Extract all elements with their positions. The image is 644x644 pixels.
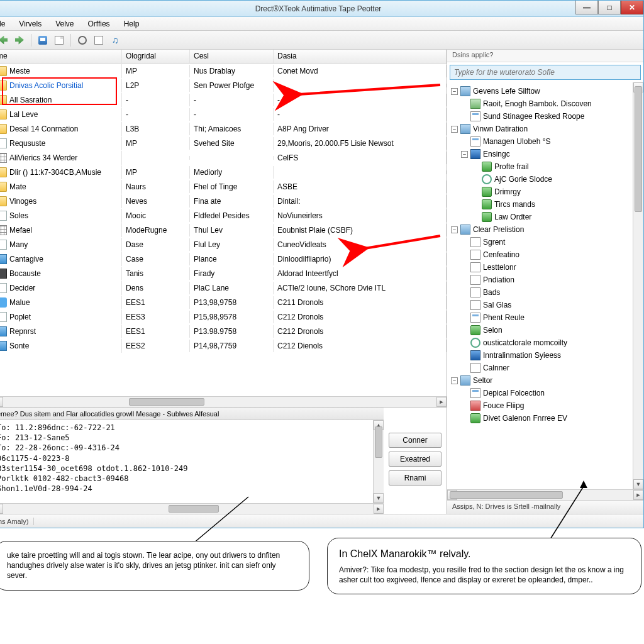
table-row[interactable]: MefaelModeRugneThul LevEoubnist Plaie (C… <box>0 223 447 237</box>
tree-node[interactable]: −Seltor <box>447 374 633 387</box>
tree-label: Phent Reule <box>483 313 525 322</box>
mon-icon <box>460 124 470 134</box>
tree-node[interactable]: AjC Gorie Slodce <box>447 173 633 186</box>
forward-button[interactable] <box>13 34 26 47</box>
menu-velve[interactable]: Velve <box>52 18 77 30</box>
tree-node[interactable]: Selon <box>447 324 633 336</box>
tree-node[interactable]: Profte frail <box>447 160 633 173</box>
expand-toggle[interactable]: − <box>451 88 458 95</box>
save-button[interactable] <box>36 34 49 47</box>
blue-icon <box>0 254 7 264</box>
table-row[interactable]: SolesMooicFldfedel PesidesNoViuneirlers <box>0 208 447 223</box>
tree-node[interactable]: ousticatclorale momcoilty <box>447 336 633 349</box>
tree-label: Gevens Lefe Silftow <box>473 87 540 96</box>
tree-node[interactable]: −Ensingc <box>447 148 633 160</box>
minimize-button[interactable] <box>575 1 598 14</box>
new-doc-button[interactable] <box>53 34 65 47</box>
scroll-thumb[interactable] <box>635 86 642 212</box>
tree-node[interactable]: Law Ordter <box>447 211 633 223</box>
menu-file[interactable]: le <box>0 18 9 30</box>
scroll-right-icon[interactable]: ► <box>374 504 384 514</box>
tree-node[interactable]: Divet Galenon Fnrree EV <box>447 412 633 425</box>
table-row[interactable]: DeciderDensPlaC LaneACTle/2 Ioune, SChor… <box>0 280 447 295</box>
table-row[interactable]: BocausteTanisFiradyAldorad Inteertfycl <box>0 266 447 280</box>
tree-scroll-x[interactable]: ◄ ► <box>447 489 643 500</box>
tree-node[interactable]: Managen Ulobeh °S <box>447 135 633 148</box>
tree-node[interactable]: Cenfeatino <box>447 248 633 261</box>
table-row[interactable]: AliVierics 34 WerderCelFS <box>0 150 447 165</box>
table-row[interactable]: PopletEES3P15,98,9578C212 Dronols <box>0 309 447 324</box>
log-scroll-y[interactable]: ▲ ▼ <box>373 420 384 503</box>
tree-node[interactable]: Fouce Fliipg <box>447 399 633 412</box>
expand-toggle[interactable]: − <box>461 151 468 158</box>
tree-node[interactable]: Calnner <box>447 362 633 374</box>
scroll-thumb[interactable] <box>169 505 219 513</box>
scroll-left-icon[interactable]: ◄ <box>0 397 3 407</box>
table-row[interactable]: All Sasration--- <box>0 92 447 107</box>
table-row[interactable]: SonteEES2P14,98,7759C212 Dienols <box>0 338 447 353</box>
main-scroll-x[interactable]: ◄ ► <box>0 396 447 407</box>
col-name[interactable]: me <box>0 50 122 63</box>
table-row[interactable]: ManyDaseFlul LeyCuneoVidleats <box>0 237 447 252</box>
doc-icon <box>470 287 480 297</box>
tree-node[interactable]: Sgrent <box>447 236 633 248</box>
search-input[interactable] <box>450 65 641 80</box>
settings-button[interactable] <box>76 34 89 47</box>
col-ologridal[interactable]: Ologridal <box>122 50 190 63</box>
expand-toggle[interactable]: − <box>451 126 458 133</box>
log-textarea[interactable]: To: 11.2:896dnc:-62-722-21 Fo: 213-12-Sa… <box>0 420 373 503</box>
scroll-right-icon[interactable]: ► <box>633 490 643 500</box>
expand-toggle[interactable]: − <box>451 226 458 233</box>
note-button[interactable] <box>92 34 105 47</box>
close-button[interactable] <box>621 1 643 14</box>
tree-node[interactable]: Raoit, Enogh Bambok. Discoven <box>447 97 633 110</box>
tree-node[interactable]: Lesttelonr <box>447 261 633 274</box>
tree-node[interactable]: Sund Stinagee Resked Roope <box>447 110 633 123</box>
table-row[interactable]: Dlir () 11:k7-304CB,AMusieMPMediorly <box>0 165 447 179</box>
rnami-button[interactable]: Rnami <box>389 470 441 486</box>
expand-toggle[interactable]: − <box>451 377 458 384</box>
menu-help[interactable]: Help <box>120 18 143 30</box>
scroll-left-icon[interactable]: ◄ <box>0 504 3 514</box>
maximize-button[interactable] <box>598 1 621 14</box>
table-row[interactable]: VinogesNevesFina ateDintail: <box>0 194 447 208</box>
music-button[interactable]: ♫ <box>109 34 121 47</box>
col-cesl[interactable]: Cesl <box>190 50 274 63</box>
table-row[interactable]: Lal Leve--- <box>0 107 447 121</box>
table-row[interactable]: MesteMPNus DrablayConet Movd <box>0 64 447 78</box>
scroll-down-icon[interactable]: ▼ <box>633 479 643 489</box>
tree-node[interactable]: Bads <box>447 286 633 299</box>
tree-node[interactable]: Tircs mands <box>447 198 633 211</box>
log-scroll-x[interactable]: ◄ ► <box>0 503 384 514</box>
tree-view[interactable]: −Gevens Lefe SilftowRaoit, Enogh Bambok.… <box>447 82 633 489</box>
list-body[interactable]: MesteMPNus DrablayConet MovdDnivas Acoli… <box>0 64 447 396</box>
table-row[interactable]: RepnrstEES1P13.98.9758C212 Dronols <box>0 324 447 338</box>
conner-button[interactable]: Conner <box>389 433 441 448</box>
table-row[interactable]: MalueEES1P13,98,9758C211 Dronols <box>0 295 447 309</box>
scroll-thumb[interactable] <box>129 398 204 406</box>
scroll-thumb[interactable] <box>375 426 382 458</box>
back-button[interactable] <box>0 34 9 47</box>
menu-virvels[interactable]: Virvels <box>15 18 45 30</box>
table-row[interactable]: MateNaursFhel of TingeASBE <box>0 179 447 194</box>
table-row[interactable]: Dnivas Acolic PorsitialL2PSen Power Plof… <box>0 78 447 92</box>
tree-node[interactable]: Pndiation <box>447 274 633 286</box>
scroll-down-icon[interactable]: ▼ <box>374 493 384 503</box>
scroll-thumb[interactable] <box>450 491 563 499</box>
tree-node[interactable]: −Vinwn Datiration <box>447 123 633 135</box>
col-dasia[interactable]: Dasia <box>274 50 447 63</box>
table-row[interactable]: ReqususteMPSvehed Site29,Mooris, 20.000.… <box>0 136 447 150</box>
exeatred-button[interactable]: Exeatred <box>389 452 441 467</box>
tree-node[interactable]: Phent Reule <box>447 311 633 324</box>
tree-node[interactable]: −Clear Prelistion <box>447 223 633 236</box>
tree-node[interactable]: Depical Folcection <box>447 387 633 399</box>
scroll-right-icon[interactable]: ► <box>436 397 447 407</box>
table-row[interactable]: CantagiveCasePlanceDinloodilfliaprio) <box>0 252 447 266</box>
table-row[interactable]: Desal 14 ConrnationL3BThi; AmaicoesA8P A… <box>0 121 447 136</box>
tree-node[interactable]: −Gevens Lefe Silftow <box>447 85 633 97</box>
tree-node[interactable]: Sal Glas <box>447 299 633 311</box>
tree-node[interactable]: Inntralinmation Syieess <box>447 349 633 362</box>
tree-scroll-y[interactable]: ▲ ▼ <box>633 82 643 489</box>
menu-orffies[interactable]: Orffies <box>84 18 114 30</box>
tree-node[interactable]: Drimrgy <box>447 186 633 198</box>
